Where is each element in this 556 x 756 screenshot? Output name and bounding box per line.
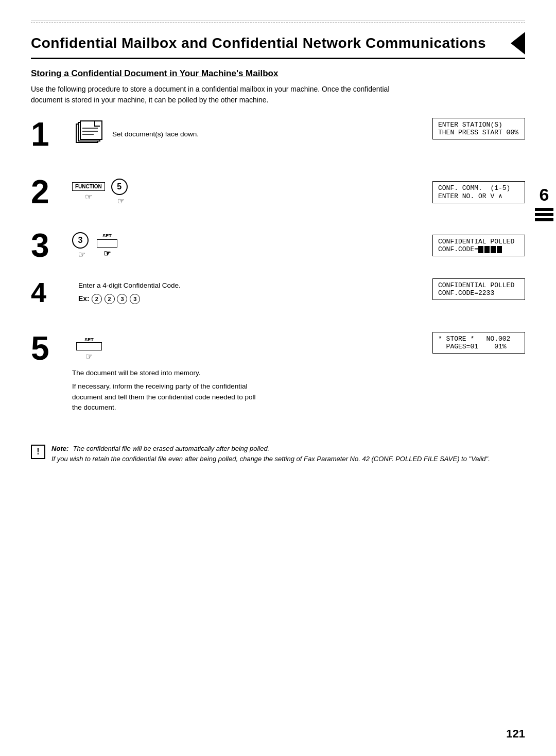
step-5-set-label: SET: [84, 337, 94, 342]
function-key-hand: ☞: [85, 192, 92, 202]
top-rule-2: [31, 22, 525, 23]
step-5-row: 5 SET ☞ The document will be stored into…: [31, 332, 525, 413]
side-lines: [535, 208, 553, 221]
step-3-row: 3 3 ☞ SET ☞ CONFIDENTIAL POLLED CONF.COD…: [31, 225, 525, 266]
note-text2: If you wish to retain the confidential f…: [51, 455, 490, 463]
step-5-set-box: [76, 342, 102, 350]
ex-circle-2b: 2: [105, 294, 115, 304]
side-line-3: [535, 218, 553, 221]
step-3-set-key: SET ☞: [97, 233, 117, 258]
function-key-icon: FUNCTION ☞: [72, 182, 105, 202]
step-4-lcd: CONFIDENTIAL POLLED CONF.CODE=2233: [432, 278, 525, 300]
note-text1: The confidential file will be erased aut…: [73, 445, 270, 452]
step-5-desc1: The document will be stored into memory.: [72, 368, 257, 378]
step-3-left: 3 3 ☞ SET ☞: [31, 229, 278, 262]
step-1-row: 1 Set document(s) face down.: [31, 118, 525, 159]
step-3-number: 3: [31, 229, 67, 262]
step-4-desc: Enter a 4-digit Confidential Code.: [78, 280, 181, 291]
ex-circle-3b: 3: [130, 294, 140, 304]
ex-circle-2a: 2: [92, 294, 102, 304]
note-content: Note: The confidential file will be eras…: [51, 444, 490, 464]
step-4-ex: Ex: 2 2 3 3: [78, 294, 181, 304]
step-2-row: 2 FUNCTION ☞ 5 ☞ CONF. COMM. (1-5) ENTER…: [31, 171, 525, 213]
section-title: Storing a Confidential Document in Your …: [31, 68, 525, 79]
side-line-2: [535, 213, 553, 216]
step-4-lcd-box: CONFIDENTIAL POLLED CONF.CODE=2233: [432, 278, 525, 300]
side-line-1: [535, 208, 553, 211]
header-triangle-icon: [511, 32, 525, 55]
step-1-lcd-box: ENTER STATION(S) THEN PRESS START 00%: [432, 118, 525, 139]
step-2-circle-5: 5: [111, 179, 128, 195]
ex-label: Ex:: [78, 294, 92, 303]
function-key-label: FUNCTION: [72, 182, 105, 191]
step-2-lcd-box: CONF. COMM. (1-5) ENTER NO. OR V ∧: [432, 181, 525, 203]
note-section: ! Note: The confidential file will be er…: [31, 444, 525, 464]
top-rule-1: [31, 21, 525, 21]
step-1-number: 1: [31, 118, 67, 151]
step-5-left: 5 SET ☞ The document will be stored into…: [31, 332, 278, 413]
step-3-lcd-box: CONFIDENTIAL POLLED CONF.CODE=: [432, 235, 525, 256]
step-4-left: 4 Enter a 4-digit Confidential Code. Ex:…: [31, 278, 278, 306]
svg-rect-2: [80, 121, 102, 139]
step-4-number: 4: [31, 278, 67, 306]
step-2-lcd: CONF. COMM. (1-5) ENTER NO. OR V ∧: [432, 181, 525, 203]
set-key-box: [97, 239, 117, 248]
ex-circle-3a: 3: [117, 294, 127, 304]
side-chapter-digit: 6: [540, 185, 549, 205]
step-3-hand-2: ☞: [103, 249, 111, 258]
note-icon-label: !: [37, 447, 39, 456]
step-1-desc: Set document(s) face down.: [112, 129, 199, 139]
page-header: Confidential Mailbox and Confidential Ne…: [31, 32, 525, 59]
step-3-lcd: CONFIDENTIAL POLLED CONF.CODE=: [432, 235, 525, 256]
set-label: SET: [102, 233, 112, 238]
step-2-number: 2: [31, 175, 67, 208]
step-2-hand: ☞: [117, 196, 125, 206]
step-5-lcd: * STORE * NO.002 PAGES=01 01%: [432, 332, 525, 354]
page-number: 121: [506, 727, 525, 741]
note-icon: !: [31, 445, 45, 459]
note-label: Note:: [51, 445, 68, 452]
step-5-lcd-box: * STORE * NO.002 PAGES=01 01%: [432, 332, 525, 354]
code-blocks: [478, 246, 502, 253]
step-5-number: 5: [31, 332, 67, 365]
intro-text: Use the following procedure to store a d…: [31, 84, 391, 106]
step-2-left: 2 FUNCTION ☞ 5 ☞: [31, 175, 278, 208]
step-3-circle-3: 3: [72, 232, 89, 249]
step-3-hand-1: ☞: [78, 250, 85, 259]
step-1-left: 1 Set document(s) face down.: [31, 118, 278, 151]
document-icon: [72, 119, 108, 150]
step-4-row: 4 Enter a 4-digit Confidential Code. Ex:…: [31, 278, 525, 320]
steps-container: 1 Set document(s) face down.: [31, 118, 525, 413]
side-chapter-number: 6: [535, 185, 553, 221]
step-1-lcd: ENTER STATION(S) THEN PRESS START 00%: [432, 118, 525, 139]
page-title: Confidential Mailbox and Confidential Ne…: [31, 35, 486, 51]
step-5-hand: ☞: [85, 351, 93, 361]
step-5-desc2: If necessary, inform the receiving party…: [72, 381, 257, 413]
